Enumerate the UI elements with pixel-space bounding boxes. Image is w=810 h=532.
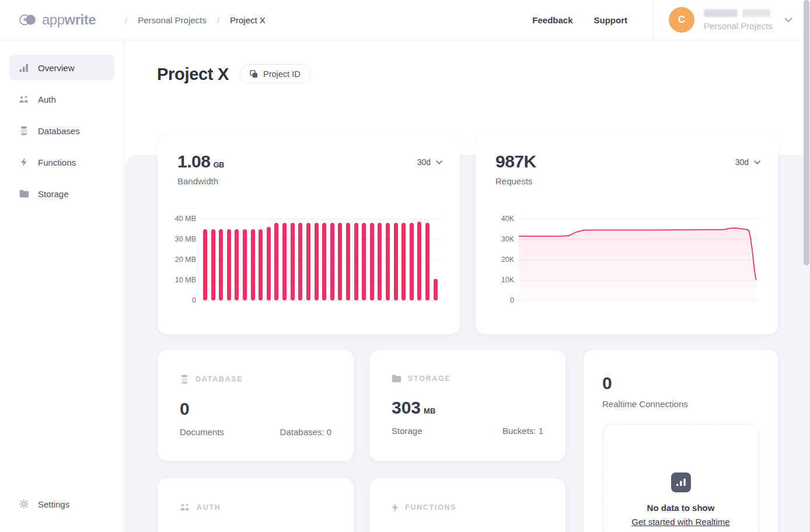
realtime-value: 0 xyxy=(584,350,778,393)
sidebar-item-databases[interactable]: Databases xyxy=(9,118,114,144)
account-organization: Personal Projects xyxy=(704,21,773,31)
sidebar-item-label: Storage xyxy=(38,189,69,199)
page-title: Project X xyxy=(157,65,229,84)
requests-chart: 40K30K20K10K0 xyxy=(493,219,758,300)
sidebar-item-label: Databases xyxy=(38,126,80,136)
bandwidth-bars xyxy=(203,219,438,300)
storage-value-group: 303MB xyxy=(369,383,565,418)
database-secondary-label: Databases: 0 xyxy=(280,427,331,437)
functions-card[interactable]: FUNCTIONS xyxy=(369,478,565,532)
bandwidth-bar xyxy=(267,227,271,300)
realtime-card: 0 Realtime Connections No data to show G… xyxy=(584,350,778,532)
gridline xyxy=(201,300,440,301)
users-icon xyxy=(180,503,190,512)
bandwidth-value: 1.08 xyxy=(177,152,210,171)
bandwidth-bar xyxy=(251,229,255,301)
database-card[interactable]: DATABASE 0 Documents Databases: 0 xyxy=(158,350,354,461)
requests-value-group: 987K xyxy=(495,152,536,172)
breadcrumb-separator: / xyxy=(114,15,138,25)
feedback-link[interactable]: Feedback xyxy=(532,15,572,25)
sidebar-item-functions[interactable]: Functions xyxy=(9,149,114,175)
database-primary-label: Documents xyxy=(180,427,224,437)
bandwidth-bar xyxy=(315,223,319,300)
bandwidth-bar xyxy=(362,223,366,300)
bandwidth-range-value: 30d xyxy=(417,158,431,167)
sidebar-item-label: Auth xyxy=(38,94,56,104)
bandwidth-chart: 40 MB30 MB20 MB10 MB0 xyxy=(175,219,440,300)
redacted-user-name xyxy=(704,9,773,17)
no-data-chart-icon xyxy=(671,473,691,492)
bandwidth-range-select[interactable]: 30d xyxy=(417,158,442,167)
database-icon xyxy=(180,374,189,384)
sidebar-item-label: Settings xyxy=(38,499,69,509)
appwrite-logo[interactable]: appwrite xyxy=(19,12,96,28)
y-tick-label: 40K xyxy=(501,215,514,223)
sidebar-item-settings[interactable]: Settings xyxy=(9,491,114,517)
sidebar-item-label: Functions xyxy=(38,158,76,167)
requests-plot xyxy=(519,219,758,300)
storage-unit: MB xyxy=(424,407,435,415)
sidebar-item-auth[interactable]: Auth xyxy=(9,86,114,112)
storage-secondary-label: Buckets: 1 xyxy=(502,426,543,436)
bandwidth-bar xyxy=(338,223,342,300)
database-section-label: DATABASE xyxy=(195,375,243,383)
bandwidth-bar xyxy=(410,223,414,300)
breadcrumb-separator: / xyxy=(207,15,230,25)
bandwidth-bar xyxy=(298,223,302,300)
users-icon xyxy=(19,95,29,104)
realtime-empty-title: No data to show xyxy=(647,503,715,513)
bandwidth-bar xyxy=(282,223,287,300)
bandwidth-bar xyxy=(211,229,215,301)
bandwidth-bar xyxy=(274,223,278,300)
get-started-realtime-link[interactable]: Get started with Realtime xyxy=(631,517,729,527)
requests-range-select[interactable]: 30d xyxy=(735,158,760,167)
bandwidth-bar xyxy=(306,223,310,300)
y-tick-label: 30K xyxy=(501,235,514,243)
y-tick-label: 10K xyxy=(501,276,514,284)
bandwidth-unit: GB xyxy=(213,160,224,169)
project-id-badge-label: Project ID xyxy=(263,69,301,79)
sidebar-item-storage[interactable]: Storage xyxy=(9,181,114,206)
project-id-badge[interactable]: Project ID xyxy=(239,64,311,84)
bandwidth-label: Bandwidth xyxy=(158,172,460,186)
database-value: 0 xyxy=(158,384,354,419)
requests-value: 987K xyxy=(495,152,536,171)
bandwidth-card: 1.08GB 30d Bandwidth 40 MB30 MB20 MB10 M… xyxy=(158,134,460,334)
appwrite-logo-text: appwrite xyxy=(42,12,96,28)
lightning-icon xyxy=(392,503,399,512)
bandwidth-plot xyxy=(201,219,440,300)
storage-section-head: STORAGE xyxy=(369,350,565,383)
auth-card[interactable]: AUTH xyxy=(158,478,354,532)
y-tick-label: 10 MB xyxy=(175,276,196,284)
app-window: appwrite / Personal Projects / Project X… xyxy=(0,0,810,532)
bandwidth-bar xyxy=(291,223,295,300)
requests-card-head: 987K 30d xyxy=(476,134,778,172)
storage-value: 303 xyxy=(392,398,421,417)
bandwidth-bar xyxy=(227,229,231,301)
vertical-scrollbar-thumb[interactable] xyxy=(804,0,809,265)
storage-card[interactable]: STORAGE 303MB Storage Buckets: 1 xyxy=(369,350,565,461)
bandwidth-bar xyxy=(243,229,247,301)
storage-primary-label: Storage xyxy=(392,426,423,436)
functions-section-head: FUNCTIONS xyxy=(369,478,565,512)
chevron-down-icon xyxy=(436,160,442,164)
realtime-empty-state: No data to show Get started with Realtim… xyxy=(602,424,759,532)
bandwidth-bar xyxy=(378,223,382,300)
y-tick-label: 20 MB xyxy=(175,256,196,264)
y-tick-label: 20K xyxy=(501,256,514,264)
y-tick-label: 0 xyxy=(192,296,196,304)
chevron-down-icon xyxy=(754,160,760,164)
bandwidth-bar xyxy=(235,229,239,301)
sidebar-item-overview[interactable]: Overview xyxy=(9,55,114,80)
requests-y-axis: 40K30K20K10K0 xyxy=(493,219,519,300)
folder-icon xyxy=(392,374,401,383)
appwrite-logo-icon xyxy=(19,13,37,26)
breadcrumb-personal-projects[interactable]: Personal Projects xyxy=(138,15,207,25)
account-menu[interactable]: C Personal Projects xyxy=(654,0,810,40)
breadcrumb-project-x[interactable]: Project X xyxy=(230,15,266,25)
database-section-head: DATABASE xyxy=(158,350,354,384)
bandwidth-bar xyxy=(417,222,421,300)
support-link[interactable]: Support xyxy=(594,15,628,25)
sidebar: Overview Auth Databases Functions Storag… xyxy=(0,40,124,532)
y-tick-label: 30 MB xyxy=(175,235,196,243)
